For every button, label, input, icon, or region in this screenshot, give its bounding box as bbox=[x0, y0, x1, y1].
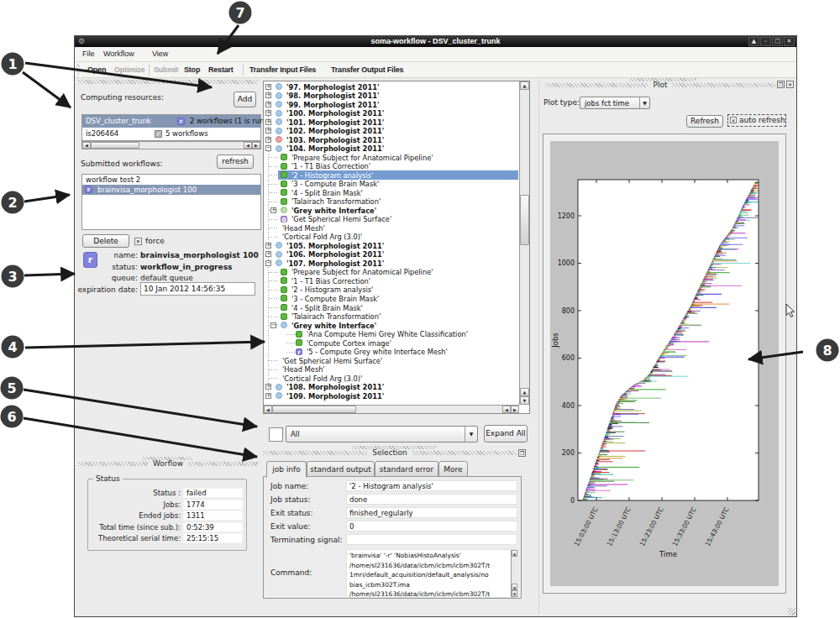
close-button[interactable]: ✕ bbox=[784, 37, 795, 46]
workflows-checkbox[interactable]: ✓ bbox=[155, 130, 162, 138]
resize-grip[interactable] bbox=[788, 608, 795, 615]
tab-standard-output[interactable]: standard output bbox=[307, 461, 375, 477]
tab-job-info[interactable]: job info bbox=[266, 461, 307, 478]
resources-hscrollbar[interactable]: ◀ ◀ ▶ bbox=[81, 141, 261, 149]
expander-icon[interactable]: + bbox=[265, 84, 271, 90]
plot-close-button[interactable]: ✕ bbox=[786, 81, 794, 88]
expander-icon[interactable]: + bbox=[265, 384, 271, 390]
tree-node[interactable]: '2 - Histogram analysis' bbox=[264, 285, 518, 295]
shade-button[interactable]: ▲ bbox=[748, 37, 759, 46]
menu-workflow[interactable]: Workflow bbox=[103, 50, 134, 58]
expander-icon[interactable]: + bbox=[265, 92, 271, 98]
filter-combo[interactable]: All ▼ bbox=[286, 426, 478, 443]
tree-node[interactable]: '2 - Histogram analysis' bbox=[264, 170, 518, 180]
expander-icon[interactable]: + bbox=[265, 137, 271, 143]
tree-node[interactable]: +'109. Morphologist 2011' bbox=[264, 391, 518, 401]
tree-node[interactable]: −'107. Morphologist 2011' bbox=[264, 259, 518, 268]
tree-node[interactable]: +'106. Morphologist 2011' bbox=[264, 250, 518, 259]
toolbar-stop[interactable]: Stop bbox=[184, 65, 200, 74]
tree-node[interactable]: 'Head Mesh' bbox=[264, 365, 518, 374]
toolbar-open[interactable]: Open bbox=[87, 65, 106, 74]
expander-icon[interactable]: + bbox=[270, 207, 276, 213]
tree-node[interactable]: −'Grey white Interface' bbox=[264, 321, 518, 330]
tab-More[interactable]: More bbox=[438, 461, 468, 477]
plot-refresh-button[interactable]: Refresh bbox=[686, 115, 723, 128]
tree-node[interactable]: +'98. Morphologist 2011' bbox=[264, 92, 518, 101]
expander-icon[interactable]: + bbox=[265, 393, 271, 399]
tree-node[interactable]: 'Ana Compute Hemi Grey White Classificat… bbox=[264, 330, 518, 339]
plot-type-combo[interactable]: jobs fct time ▼ bbox=[580, 97, 650, 109]
tree-node[interactable]: 'Cortical Fold Arg (3.0)' bbox=[264, 374, 518, 383]
tree-vscrollbar[interactable]: ▲ ▲ ▼ bbox=[519, 81, 529, 405]
toolbar-transfer-input-files[interactable]: Transfer Input Files bbox=[249, 65, 316, 74]
expander-icon[interactable]: + bbox=[265, 110, 271, 116]
auto-refresh-checkbox[interactable]: ✕ bbox=[730, 117, 737, 123]
tree-node[interactable]: +'99. Morphologist 2011' bbox=[264, 100, 518, 109]
workflow-row[interactable]: workflow test 2 bbox=[82, 175, 260, 185]
tree-node[interactable]: +'108. Morphologist 2011' bbox=[264, 383, 518, 392]
tree-node[interactable]: +'103. Morphologist 2011' bbox=[264, 135, 518, 144]
command-scrollbar[interactable]: ▲▲▼ bbox=[511, 550, 517, 597]
tree-node[interactable]: r'5 - Compute Grey white Interface Mesh' bbox=[264, 348, 518, 357]
field-value: 0 bbox=[346, 521, 517, 532]
selection-float-button[interactable]: ❐ bbox=[518, 449, 526, 457]
toolbar-restart[interactable]: Restart bbox=[208, 65, 234, 74]
filter-color-box[interactable] bbox=[269, 427, 283, 442]
toolbar-handle[interactable] bbox=[77, 64, 80, 76]
expiration-date-input[interactable]: 10 Jan 2012 14:56:35 bbox=[140, 282, 255, 296]
title-bar[interactable]: ⚙ soma-workflow - DSV_cluster_trunk ▲ – … bbox=[75, 36, 796, 47]
tree-node[interactable]: 'Head Mesh' bbox=[264, 223, 518, 233]
tree-node[interactable]: 'Prepare Subject for Anatomical Pipeline… bbox=[264, 268, 518, 277]
tree-node[interactable]: Q'Get Spherical Hemi Surface' bbox=[264, 215, 518, 224]
job-group-icon bbox=[276, 101, 282, 107]
dock-splitter[interactable] bbox=[538, 81, 539, 614]
menu-view[interactable]: View bbox=[152, 50, 168, 58]
computing-resources-list[interactable]: DSV_cluster_trunkr2 workflows (1 is runn… bbox=[81, 114, 261, 141]
tree-node[interactable]: 'Talairach Transformation' bbox=[264, 312, 518, 322]
minimize-button[interactable]: – bbox=[760, 37, 771, 46]
tree-node[interactable]: 'Compute Cortex image' bbox=[264, 338, 518, 348]
job-tree[interactable]: +'97. Morphologist 2011'+'98. Morphologi… bbox=[263, 81, 530, 414]
status-done-icon bbox=[281, 286, 287, 293]
expander-icon[interactable]: − bbox=[265, 145, 271, 151]
tree-hscrollbar[interactable]: ◀ ◀ ▶ bbox=[264, 405, 519, 413]
expander-icon[interactable]: + bbox=[265, 243, 271, 249]
tree-node[interactable]: 'Cortical Fold Arg (3.0)' bbox=[264, 233, 518, 242]
menu-file[interactable]: File bbox=[82, 50, 95, 58]
tree-node[interactable]: '1 - T1 Bias Correction' bbox=[264, 276, 518, 285]
tree-node[interactable]: '3 - Compute Brain Mask' bbox=[264, 180, 518, 189]
tree-node[interactable]: 'Prepare Subject for Anatomical Pipeline… bbox=[264, 153, 518, 162]
tree-node[interactable]: '1 - T1 Bias Correction' bbox=[264, 162, 518, 171]
expander-icon[interactable]: − bbox=[270, 322, 276, 328]
tab-standard-error[interactable]: standard error bbox=[375, 461, 438, 477]
tree-node[interactable]: 'Get Spherical Hemi Surface' bbox=[264, 356, 518, 365]
add-button[interactable]: Add bbox=[234, 92, 256, 107]
tree-node[interactable]: +'101. Morphologist 2011' bbox=[264, 118, 518, 127]
resource-row[interactable]: is206464✓5 workflows bbox=[82, 128, 260, 140]
toolbar-transfer-output-files[interactable]: Transfer Output Files bbox=[331, 65, 403, 74]
workflow-row[interactable]: rbrainvisa_morphologist 100 bbox=[82, 185, 260, 195]
expander-icon[interactable]: − bbox=[265, 260, 271, 266]
force-checkbox[interactable]: ✕ bbox=[134, 238, 142, 245]
expander-icon[interactable]: + bbox=[265, 128, 271, 134]
refresh-workflows-button[interactable]: refresh bbox=[217, 154, 254, 169]
submitted-workflows-list[interactable]: workflow test 2rbrainvisa_morphologist 1… bbox=[81, 174, 261, 230]
tree-node[interactable]: '4 - Split Brain Mask' bbox=[264, 188, 518, 197]
expander-icon[interactable]: + bbox=[265, 251, 271, 257]
tree-node[interactable]: 'Talairach Transformation' bbox=[264, 197, 518, 207]
tree-node[interactable]: +'97. Morphologist 2011' bbox=[264, 82, 518, 92]
tree-node[interactable]: +'100. Morphologist 2011' bbox=[264, 109, 518, 118]
tree-node[interactable]: −'104. Morphologist 2011' bbox=[264, 144, 518, 154]
expand-all-button[interactable]: Expand All bbox=[484, 425, 528, 443]
tree-node[interactable]: +'105. Morphologist 2011' bbox=[264, 241, 518, 250]
resource-row[interactable]: DSV_cluster_trunkr2 workflows (1 is runn… bbox=[82, 115, 260, 128]
delete-button[interactable]: Delete bbox=[82, 234, 129, 248]
maximize-button[interactable]: □ bbox=[772, 37, 783, 46]
tree-node[interactable]: +'Grey white Interface' bbox=[264, 206, 518, 215]
expander-icon[interactable]: + bbox=[265, 102, 271, 107]
plot-float-button[interactable]: ❐ bbox=[777, 81, 785, 88]
tree-node[interactable]: +'102. Morphologist 2011' bbox=[264, 127, 518, 136]
expander-icon[interactable]: + bbox=[265, 119, 271, 125]
tree-node[interactable]: '4 - Split Brain Mask' bbox=[264, 303, 518, 312]
tree-node[interactable]: '3 - Compute Brain Mask' bbox=[264, 294, 518, 303]
